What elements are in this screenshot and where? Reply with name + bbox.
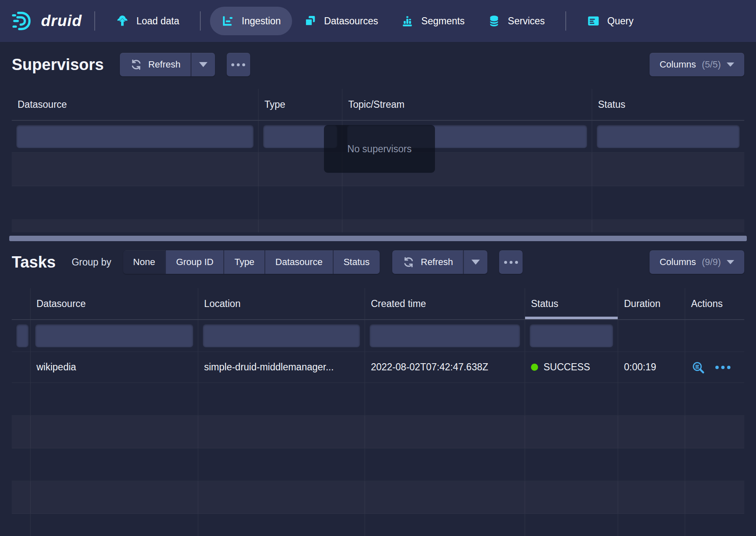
filter-input-location[interactable] [203, 324, 360, 347]
empty-row [12, 220, 744, 232]
nav-item-label: Ingestion [242, 16, 281, 27]
chevron-down-icon [199, 62, 207, 67]
chevron-down-icon [727, 62, 734, 67]
nav-item-ingestion[interactable]: Ingestion [210, 7, 292, 35]
column-header-status[interactable]: Status [592, 89, 744, 120]
tasks-refresh-dropdown-button[interactable] [463, 250, 487, 274]
druid-logo[interactable]: druid [11, 9, 82, 33]
columns-button-label: Columns [660, 257, 696, 268]
nav-item-label: Services [508, 16, 545, 27]
nav-item-load-data[interactable]: Load data [104, 7, 190, 35]
filter-input-datasource[interactable] [16, 125, 254, 148]
nav-item-query[interactable]: Query [575, 7, 645, 35]
column-header-duration[interactable]: Duration [618, 288, 685, 319]
column-header-datasource[interactable]: Datasource [30, 288, 198, 319]
task-more-actions-icon[interactable] [715, 366, 730, 369]
task-row-wikipedia[interactable]: wikipedia simple-druid-middlemanager... … [12, 352, 744, 383]
supervisors-toolbar: Supervisors Refresh Columns (5/5) [0, 53, 756, 76]
column-header-status-sorted[interactable]: Status [525, 288, 618, 319]
filter-input-narrow[interactable] [16, 324, 28, 347]
empty-row [12, 186, 744, 220]
ingestion-chart-icon [221, 14, 235, 28]
status-badge: SUCCESS [544, 362, 590, 373]
refresh-icon [402, 256, 415, 268]
tasks-more-button[interactable] [499, 250, 523, 274]
filter-input-datasource[interactable] [35, 324, 193, 347]
supervisors-columns-button[interactable]: Columns (5/5) [650, 53, 744, 76]
tasks-filter-row [12, 320, 744, 352]
column-header-datasource[interactable]: Datasource [12, 89, 258, 120]
supervisors-title: Supervisors [12, 56, 104, 74]
datasources-icon [303, 14, 317, 28]
services-icon [487, 14, 501, 28]
druid-console: { "colors": { "accent": "#29e0f7", "succ… [0, 0, 756, 536]
supervisors-refresh-button[interactable]: Refresh [120, 53, 191, 76]
columns-button-label: Columns [660, 59, 696, 70]
refresh-button-label: Refresh [421, 257, 453, 268]
no-supervisors-message: No supervisors [324, 125, 435, 173]
task-actions-cell [685, 352, 744, 382]
nav-item-label: Load data [136, 16, 179, 27]
supervisors-table-header: Datasource Type Topic/Stream Status [12, 89, 744, 121]
nav-item-label: Query [607, 16, 634, 27]
tasks-table: Datasource Location Created time Status … [12, 288, 744, 536]
chevron-down-icon [727, 260, 734, 264]
filter-input-created-time[interactable] [370, 324, 520, 347]
supervisors-refresh-dropdown-button[interactable] [191, 53, 215, 76]
empty-row [12, 514, 744, 536]
column-header-topic-stream[interactable]: Topic/Stream [342, 89, 592, 120]
nav-divider [565, 11, 566, 31]
horizontal-scrollbar[interactable] [9, 236, 747, 241]
tasks-refresh-button[interactable]: Refresh [392, 250, 463, 274]
more-icon [504, 261, 518, 264]
tasks-refresh-split: Refresh [392, 250, 487, 274]
more-icon [231, 63, 245, 66]
supervisors-table: Datasource Type Topic/Stream Status No s… [12, 89, 744, 232]
nav-item-segments[interactable]: Segments [389, 7, 476, 35]
task-location-cell: simple-druid-middlemanager... [198, 352, 365, 382]
column-header-spacer [12, 288, 30, 319]
supervisors-refresh-split: Refresh [120, 53, 215, 76]
group-by-status-button[interactable]: Status [333, 250, 380, 274]
top-nav: druid Load data Ingestion [0, 0, 756, 42]
query-icon [587, 14, 600, 28]
segments-icon [401, 14, 414, 28]
chevron-down-icon [471, 260, 480, 265]
group-by-type-button[interactable]: Type [223, 250, 264, 274]
nav-item-label: Datasources [324, 16, 378, 27]
nav-divider [200, 11, 201, 31]
filter-input-status[interactable] [530, 324, 613, 347]
columns-button-count: (9/9) [702, 257, 721, 268]
columns-button-count: (5/5) [702, 59, 721, 70]
group-by-label: Group by [72, 257, 111, 268]
nav-divider [94, 11, 95, 31]
group-by-group-id-button[interactable]: Group ID [165, 250, 223, 274]
supervisors-more-button[interactable] [227, 53, 250, 76]
task-created-time-cell: 2022-08-02T07:42:47.638Z [365, 352, 525, 382]
group-by-segmented-control: None Group ID Type Datasource Status [123, 250, 380, 274]
refresh-icon [130, 58, 142, 71]
column-header-actions[interactable]: Actions [685, 288, 744, 319]
task-datasource-cell: wikipedia [30, 352, 198, 382]
tasks-columns-button[interactable]: Columns (9/9) [650, 250, 744, 274]
nav-item-services[interactable]: Services [476, 7, 556, 35]
upload-icon [116, 14, 129, 28]
column-header-created-time[interactable]: Created time [365, 288, 525, 319]
group-by-datasource-button[interactable]: Datasource [264, 250, 333, 274]
column-header-type[interactable]: Type [258, 89, 342, 120]
filter-input-status[interactable] [597, 125, 740, 148]
nav-item-label: Segments [421, 16, 465, 27]
nav-item-datasources[interactable]: Datasources [292, 7, 389, 35]
empty-row [12, 416, 744, 448]
column-header-location[interactable]: Location [198, 288, 365, 319]
empty-row [12, 383, 744, 416]
success-status-dot [531, 364, 538, 371]
tasks-toolbar: Tasks Group by None Group ID Type Dataso… [0, 250, 756, 274]
tasks-table-header: Datasource Location Created time Status … [12, 288, 744, 320]
refresh-button-label: Refresh [148, 59, 181, 70]
druid-logo-icon [11, 9, 34, 33]
tasks-title: Tasks [12, 253, 56, 271]
group-by-none-button[interactable]: None [123, 250, 166, 274]
empty-row [12, 448, 744, 481]
task-detail-search-icon[interactable] [691, 360, 705, 375]
